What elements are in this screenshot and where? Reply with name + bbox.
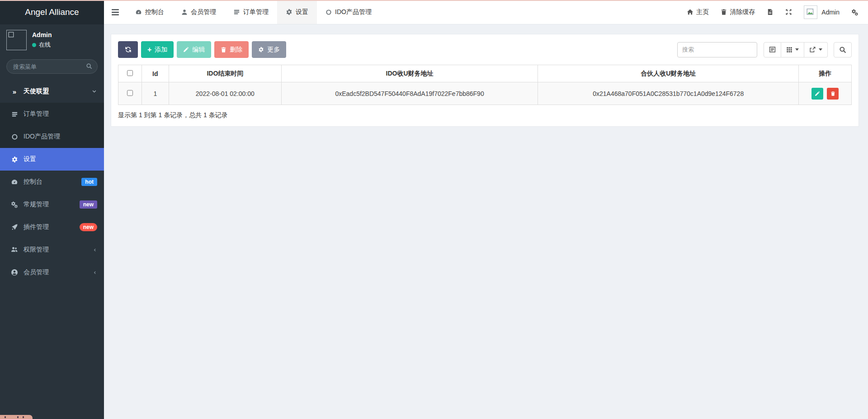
table-header-row: Id IDO结束时间 IDO收U财务地址 合伙人收U财务地址 操作: [118, 65, 852, 82]
sidebar-item-dashboard[interactable]: 控制台 hot: [0, 171, 104, 193]
tab-member-management[interactable]: 会员管理: [173, 0, 225, 24]
settings-menu-button[interactable]: [845, 0, 864, 24]
sidebar-menu: » 天使联盟 订单管理 IDO产品管理: [0, 80, 104, 284]
row-delete-button[interactable]: [827, 88, 839, 100]
trash-icon: [830, 91, 835, 96]
search-button[interactable]: [834, 42, 852, 57]
bottom-left-overlay: [0, 415, 33, 419]
user-panel: Admin 在线: [0, 24, 104, 55]
user-icon: [181, 9, 188, 15]
circle-o-icon: [10, 133, 19, 140]
fullscreen-icon: [785, 9, 792, 15]
delete-button[interactable]: 删除: [214, 41, 249, 58]
cogs-icon: [851, 9, 859, 16]
column-header-end-time: IDO结束时间: [169, 65, 281, 82]
column-header-operate: 操作: [799, 65, 852, 82]
sidebar-group-angel-alliance[interactable]: » 天使联盟: [0, 80, 104, 103]
chevron-down-icon: [92, 89, 97, 94]
list-icon: [10, 111, 19, 118]
hamburger-icon: [111, 9, 119, 16]
table-search-input[interactable]: [677, 42, 757, 57]
detail-view-icon: [769, 46, 776, 53]
refresh-button[interactable]: [118, 41, 138, 58]
user-avatar: [6, 30, 27, 50]
refresh-icon: [125, 46, 132, 53]
tab-order-management[interactable]: 订单管理: [225, 0, 277, 24]
home-button[interactable]: 主页: [681, 0, 715, 24]
online-dot-icon: [32, 43, 36, 47]
cogs-icon: [10, 201, 19, 208]
edit-button[interactable]: 编辑: [177, 41, 211, 58]
row-end-time: 2022-08-01 02:00:00: [169, 82, 281, 105]
add-button[interactable]: + 添加: [141, 41, 174, 58]
column-header-partner-address: 合伙人收U财务地址: [538, 65, 799, 82]
file-icon: [767, 9, 774, 15]
user-status: 在线: [32, 41, 52, 49]
tab-settings[interactable]: 设置: [277, 0, 317, 24]
grid-icon: [786, 47, 793, 53]
trash-icon: [721, 9, 727, 15]
sidebar-toggle-button[interactable]: [104, 0, 127, 24]
user-name: Admin: [32, 31, 52, 38]
columns-toggle-button[interactable]: [781, 42, 804, 57]
fullscreen-button[interactable]: [779, 0, 798, 24]
check-update-button[interactable]: [761, 0, 779, 24]
pencil-icon: [183, 47, 189, 52]
tab-ido-product-management[interactable]: IDO产品管理: [317, 0, 380, 24]
row-edit-button[interactable]: [811, 88, 823, 100]
pencil-icon: [815, 91, 820, 96]
select-all-checkbox[interactable]: [127, 70, 133, 76]
chevron-left-icon: [93, 248, 97, 252]
row-checkbox[interactable]: [127, 90, 133, 96]
more-button[interactable]: 更多: [252, 41, 286, 58]
sidebar-item-settings[interactable]: 设置: [0, 148, 104, 171]
navbar-avatar: [804, 5, 817, 19]
sidebar-item-plugin-management[interactable]: 插件管理 new: [0, 216, 104, 238]
export-icon: [809, 46, 816, 53]
dashboard-icon: [135, 9, 142, 15]
tab-dashboard[interactable]: 控制台: [127, 0, 173, 24]
broken-image-icon: [807, 8, 815, 16]
page-loading-bar: [0, 0, 868, 1]
chevron-left-icon: [93, 270, 97, 275]
menu-search-input[interactable]: [6, 59, 98, 74]
new-badge: new: [80, 200, 97, 209]
select-all-header: [118, 65, 142, 82]
column-header-id: Id: [142, 65, 169, 82]
sidebar-item-general-management[interactable]: 常规管理 new: [0, 193, 104, 216]
sidebar-item-ido-product-management[interactable]: IDO产品管理: [0, 125, 104, 148]
view-button-group: [764, 42, 828, 57]
sidebar-item-member-management[interactable]: 会员管理: [0, 261, 104, 284]
navbar-username: Admin: [821, 9, 840, 16]
menu-search: [6, 59, 98, 74]
hot-badge: hot: [81, 178, 97, 186]
gear-icon: [286, 9, 292, 15]
clear-cache-button[interactable]: 清除缓存: [715, 0, 761, 24]
caret-down-icon: [819, 48, 822, 51]
new-badge: new: [80, 223, 97, 231]
navbar-right: 主页 清除缓存 Admin: [681, 0, 868, 24]
row-operations: [799, 82, 852, 105]
home-icon: [687, 9, 693, 15]
angle-double-right-icon: »: [10, 88, 19, 95]
sidebar-item-order-management[interactable]: 订单管理: [0, 103, 104, 125]
list-icon: [233, 9, 240, 15]
gear-icon: [10, 156, 19, 163]
caret-down-icon: [795, 48, 799, 51]
top-navbar: 控制台 会员管理 订单管理 设置 IDO产品管理 主页: [104, 0, 868, 24]
detail-view-button[interactable]: [764, 42, 781, 57]
gear-icon: [258, 47, 264, 52]
row-id: 1: [142, 82, 169, 105]
row-partner-address: 0x21A468a70F051A0C28531b770c1A0d9e124F67…: [538, 82, 799, 105]
export-button[interactable]: [804, 42, 828, 57]
sidebar-item-permission-management[interactable]: 权限管理: [0, 238, 104, 261]
main-content: + 添加 编辑 删除 更多: [104, 24, 868, 419]
profile-button[interactable]: Admin: [798, 0, 845, 24]
row-select-cell: [118, 82, 142, 105]
row-ido-address: 0xEadc5f2BD547F50440F8AdA19f7022Fe7bb86F…: [281, 82, 538, 105]
toolbar-right: [677, 42, 852, 57]
circle-o-icon: [326, 9, 332, 15]
search-icon: [839, 46, 846, 53]
sidebar: Angel Alliance Admin 在线 » 天使联盟: [0, 0, 104, 419]
plus-icon: +: [147, 46, 151, 53]
